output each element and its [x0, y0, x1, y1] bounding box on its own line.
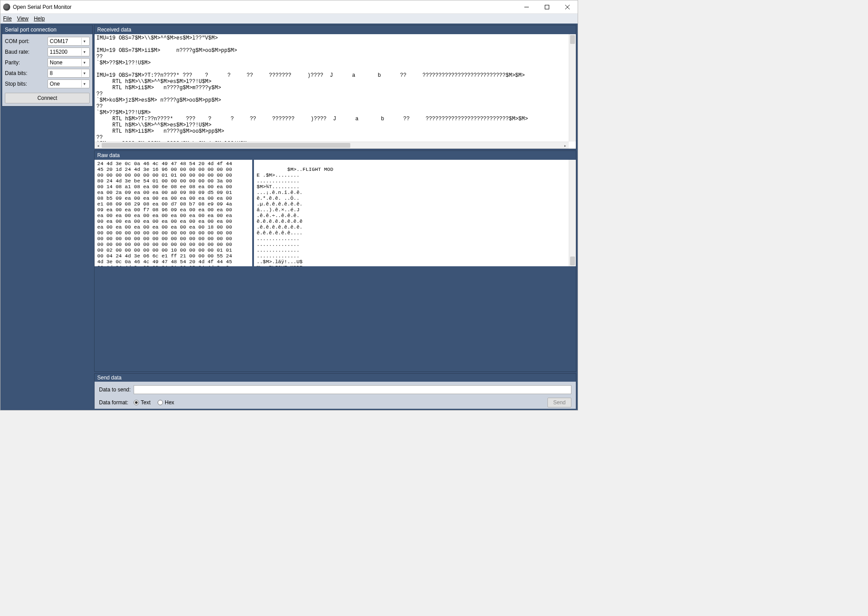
send-data-body: Data to send: Data format: Text Hex Send: [95, 382, 576, 409]
scroll-left-icon: ◂: [95, 142, 102, 149]
minimize-button[interactable]: [516, 0, 537, 13]
com-port-value: COM17: [50, 38, 68, 44]
send-data-header: Send data: [95, 374, 576, 382]
menu-view[interactable]: View: [17, 16, 28, 22]
radio-hex-label: Hex: [165, 399, 174, 406]
workspace: Serial port connection COM port: COM17 ▾…: [0, 24, 578, 410]
right-column: Received data IMU=19 OBS=7$M>\\$M>^^$M>e…: [94, 25, 576, 409]
raw-hex-view[interactable]: 24 4d 3e 0c 0a 46 4c 49 47 48 54 20 4d 4…: [95, 160, 252, 266]
radio-hex[interactable]: [158, 400, 163, 405]
received-horizontal-scrollbar[interactable]: ◂ ▸: [95, 142, 569, 149]
window-buttons: [516, 0, 578, 13]
com-port-select[interactable]: COM17 ▾: [48, 37, 90, 46]
data-to-send-input[interactable]: [134, 385, 571, 394]
send-data-panel: Send data Data to send: Data format: Tex…: [94, 373, 576, 409]
send-button[interactable]: Send: [547, 398, 571, 407]
raw-ascii-view[interactable]: $M>..FLIGHT MOD E .$M>........ .........…: [254, 160, 576, 266]
serial-port-panel-body: COM port: COM17 ▾ Baud rate: 115200 ▾ Pa…: [2, 34, 92, 106]
radio-text-label: Text: [141, 399, 151, 406]
raw-vertical-scrollbar[interactable]: [569, 160, 576, 266]
minimize-icon: [524, 5, 529, 9]
menu-help[interactable]: Help: [34, 16, 45, 22]
received-data-header: Received data: [95, 25, 576, 34]
chevron-down-icon: ▾: [81, 48, 87, 55]
baud-rate-label: Baud rate:: [5, 49, 48, 55]
serial-port-panel-header: Serial port connection: [2, 25, 92, 34]
svg-rect-1: [545, 5, 549, 9]
received-data-body: IMU=19 OBS=7$M>\\$M>^^$M>es$M>l??"V$M> I…: [95, 34, 576, 149]
left-column: Serial port connection COM port: COM17 ▾…: [2, 25, 93, 409]
raw-data-panel: Raw data 24 4d 3e 0c 0a 46 4c 49 47 48 5…: [94, 150, 576, 372]
close-icon: [565, 5, 570, 9]
titlebar: Open Serial Port Monitor: [0, 0, 578, 14]
menu-file[interactable]: File: [3, 16, 12, 22]
com-port-label: COM port:: [5, 38, 48, 44]
chevron-down-icon: ▾: [81, 38, 87, 45]
chevron-down-icon: ▾: [81, 59, 87, 66]
data-to-send-label: Data to send:: [99, 387, 134, 393]
received-data-text[interactable]: IMU=19 OBS=7$M>\\$M>^^$M>es$M>l??"V$M> I…: [95, 34, 576, 149]
raw-ascii-text: $M>..FLIGHT MOD E .$M>........ .........…: [257, 166, 333, 266]
parity-label: Parity:: [5, 59, 48, 66]
stop-bits-value: One: [50, 81, 60, 87]
received-data-panel: Received data IMU=19 OBS=7$M>\\$M>^^$M>e…: [94, 25, 576, 149]
chevron-down-icon: ▾: [81, 80, 87, 87]
parity-value: None: [50, 59, 63, 66]
baud-rate-value: 115200: [50, 49, 67, 55]
data-bits-select[interactable]: 8 ▾: [48, 69, 90, 78]
stop-bits-select[interactable]: One ▾: [48, 79, 90, 88]
data-bits-label: Data bits:: [5, 70, 48, 76]
connect-button[interactable]: Connect: [5, 93, 90, 103]
received-vertical-scrollbar[interactable]: [569, 34, 576, 142]
data-bits-value: 8: [50, 70, 53, 76]
menubar: File View Help: [0, 14, 578, 24]
stop-bits-label: Stop bits:: [5, 81, 48, 87]
raw-data-header: Raw data: [95, 151, 576, 160]
serial-port-panel: Serial port connection COM port: COM17 ▾…: [2, 25, 93, 107]
app-icon: [3, 4, 10, 11]
window-title: Open Serial Port Monitor: [13, 4, 516, 10]
close-button[interactable]: [557, 0, 578, 13]
maximize-button[interactable]: [537, 0, 557, 13]
raw-data-body: 24 4d 3e 0c 0a 46 4c 49 47 48 54 20 4d 4…: [95, 160, 576, 266]
maximize-icon: [545, 5, 549, 9]
baud-rate-select[interactable]: 115200 ▾: [48, 47, 90, 56]
scroll-right-icon: ▸: [562, 142, 569, 149]
radio-text[interactable]: [134, 400, 139, 405]
data-format-label: Data format:: [99, 399, 134, 406]
chevron-down-icon: ▾: [81, 70, 87, 77]
parity-select[interactable]: None ▾: [48, 58, 90, 67]
